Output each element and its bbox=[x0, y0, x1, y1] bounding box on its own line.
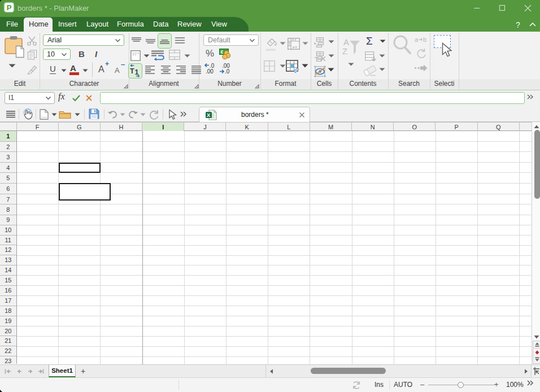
svg-text:A: A bbox=[343, 37, 349, 47]
svg-text:.0: .0 bbox=[210, 63, 215, 69]
svg-text:1: 1 bbox=[135, 68, 139, 76]
svg-text:.0: .0 bbox=[225, 68, 230, 75]
svg-text:>=: >= bbox=[292, 45, 298, 50]
svg-text:X: X bbox=[207, 112, 211, 118]
svg-text:Z: Z bbox=[342, 46, 347, 56]
svg-text:T: T bbox=[130, 67, 134, 75]
svg-text:.00: .00 bbox=[222, 63, 230, 69]
svg-text:.00: .00 bbox=[206, 68, 214, 75]
svg-text:b: b bbox=[423, 36, 426, 43]
svg-text:€: € bbox=[221, 49, 224, 55]
svg-text:a: a bbox=[415, 36, 419, 43]
